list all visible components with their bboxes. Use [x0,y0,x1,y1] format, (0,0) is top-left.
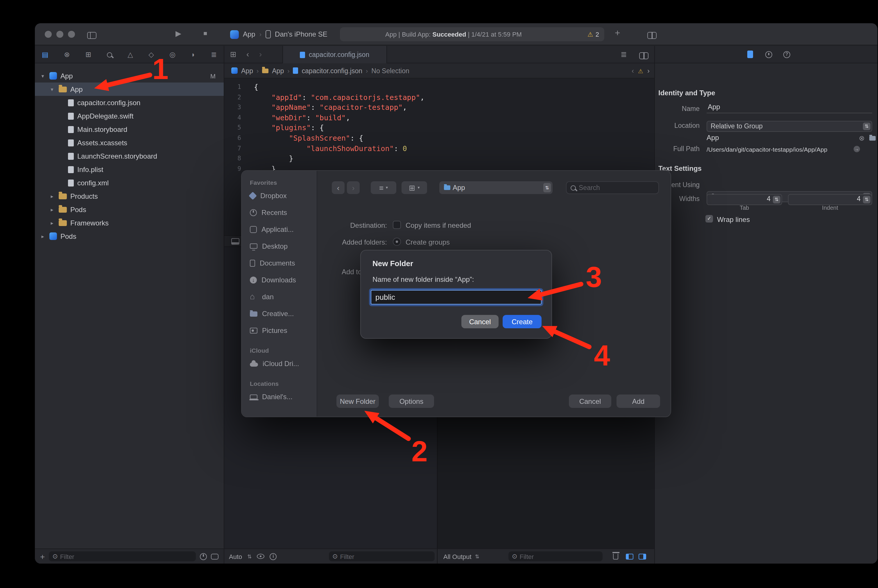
quick-help-inspector-icon[interactable] [783,51,790,58]
breadcrumb-item[interactable]: App [241,67,253,74]
code-line[interactable]: "SplashScreen": { [254,133,425,143]
navigator-item-info-plist[interactable]: Info.plist [35,163,224,176]
icon-view-button[interactable] [402,181,427,194]
related-items-icon[interactable] [230,50,237,58]
history-inspector-icon[interactable] [765,51,772,58]
navigator-item-config-xml[interactable]: config.xml [35,176,224,189]
sidebar-item-applicati[interactable]: Applicati... [242,221,317,238]
source-control-navigator-icon[interactable] [64,51,70,58]
navigator-filter-field[interactable] [49,551,196,561]
search-field[interactable] [566,181,659,194]
report-navigator-icon[interactable] [211,51,217,58]
project-navigator-icon[interactable] [42,51,48,58]
options-button[interactable]: Options [389,394,434,408]
console-filter-input[interactable] [519,553,599,560]
disclosure-chevron[interactable]: ▸ [39,233,46,239]
recent-files-filter-icon[interactable] [200,553,207,560]
show-variables-icon[interactable] [626,554,633,560]
navigator-filter-input[interactable] [60,553,192,560]
print-description-icon[interactable] [270,553,276,560]
code-line[interactable]: { [254,82,425,92]
minimize-window-button[interactable] [56,31,63,38]
navigator-item-frameworks[interactable]: ▸Frameworks [35,216,224,230]
code-line[interactable]: "appName": "capacitor-testapp", [254,102,425,112]
activity-status-view[interactable]: App | Build App: Succeeded | 1/4/21 at 5… [340,27,604,41]
line-number[interactable]: 6 [224,133,245,143]
disclosure-chevron[interactable]: ▸ [49,207,55,212]
navigator-item-app[interactable]: ▾App [35,82,224,96]
list-view-button[interactable] [371,181,396,194]
disclosure-chevron[interactable]: ▸ [49,193,55,199]
code-line[interactable]: } [254,153,425,164]
navigator-item-app[interactable]: ▾AppM [35,69,224,82]
quicklook-icon[interactable] [257,554,264,559]
next-issue-icon[interactable] [647,67,650,75]
line-number[interactable]: 2 [224,92,245,102]
breadcrumb-item[interactable]: No Selection [371,67,409,74]
line-number[interactable]: 5 [224,123,245,133]
sidebar-item-downloads[interactable]: Downloads [242,272,317,288]
line-number[interactable]: 1 [224,82,245,92]
disclosure-chevron[interactable]: ▾ [49,86,55,92]
library-button[interactable] [615,28,620,38]
line-number[interactable]: 9 [224,164,245,174]
go-forward-icon[interactable] [259,50,262,58]
zoom-window-button[interactable] [68,31,75,38]
variables-filter-input[interactable] [340,553,431,560]
console-scope-popup[interactable]: All Output [443,553,471,560]
hide-debug-area-icon[interactable] [231,238,239,244]
show-console-icon[interactable] [639,554,646,560]
sidebar-item-dropbox[interactable]: Dropbox [242,187,317,204]
code-line[interactable]: "appId": "com.capacitorjs.testapp", [254,92,425,102]
line-number[interactable]: 7 [224,143,245,153]
navigator-toggle-icon[interactable] [87,32,96,39]
copy-items-checkbox[interactable] [393,221,401,229]
issue-navigator-icon[interactable] [128,51,133,58]
disclosure-chevron[interactable]: ▾ [39,73,46,79]
code-line[interactable]: "launchShowDuration": 0 [254,143,425,153]
add-editor-icon[interactable] [639,52,648,59]
line-number[interactable]: 4 [224,113,245,123]
search-input[interactable] [579,184,654,191]
breakpoint-navigator-icon[interactable] [191,51,195,58]
sidebar-item-pictures[interactable]: Pictures [242,322,317,339]
code-review-icon[interactable] [621,50,627,58]
forward-button[interactable] [347,181,360,194]
console-filter-field[interactable] [509,551,603,561]
line-number[interactable]: 8 [224,153,245,164]
scm-status-filter-icon[interactable] [211,554,219,559]
tab-width-stepper[interactable]: 4 [707,194,782,205]
code-line[interactable]: "webDir": "build", [254,113,425,123]
wrap-lines-checkbox[interactable] [705,215,713,222]
navigator-item-assets-xcassets[interactable]: Assets.xcassets [35,136,224,149]
navigator-item-pods[interactable]: ▸Pods [35,203,224,216]
add-item-button[interactable] [40,552,45,561]
file-inspector-icon[interactable] [747,51,753,58]
line-number[interactable]: 3 [224,102,245,112]
variables-scope-popup[interactable]: Auto [229,553,242,560]
sidebar-item-daniel-s[interactable]: Daniel's... [242,388,317,405]
breadcrumb-item[interactable]: capacitor.config.json [302,67,362,74]
breadcrumb-item[interactable]: App [272,67,284,74]
navigator-item-capacitor-config-json[interactable]: capacitor.config.json [35,96,224,109]
path-popup[interactable]: App [439,181,552,194]
symbol-navigator-icon[interactable] [86,51,91,58]
scheme-selector[interactable]: App Dan's iPhone SE [230,28,327,40]
sidebar-item-icloud-dri[interactable]: iCloud Dri... [242,355,317,372]
debug-navigator-icon[interactable] [170,51,176,58]
stop-button[interactable] [203,30,207,37]
variables-filter-field[interactable] [329,551,435,561]
location-dropdown[interactable]: Relative to Group [707,121,872,132]
dialog-cancel-button[interactable]: Cancel [569,394,611,408]
warning-icon[interactable] [638,68,643,74]
sidebar-item-dan[interactable]: dan [242,288,317,305]
navigator-item-products[interactable]: ▸Products [35,189,224,203]
code-line[interactable]: "plugins": { [254,123,425,133]
previous-issue-icon[interactable] [632,67,634,75]
editor-tab[interactable]: capacitor.config.json [282,46,387,63]
sidebar-item-documents[interactable]: Documents [242,255,317,272]
sidebar-item-recents[interactable]: Recents [242,204,317,221]
close-window-button[interactable] [45,31,52,38]
sidebar-item-desktop[interactable]: Desktop [242,238,317,255]
navigator-item-pods[interactable]: ▸Pods [35,230,224,243]
